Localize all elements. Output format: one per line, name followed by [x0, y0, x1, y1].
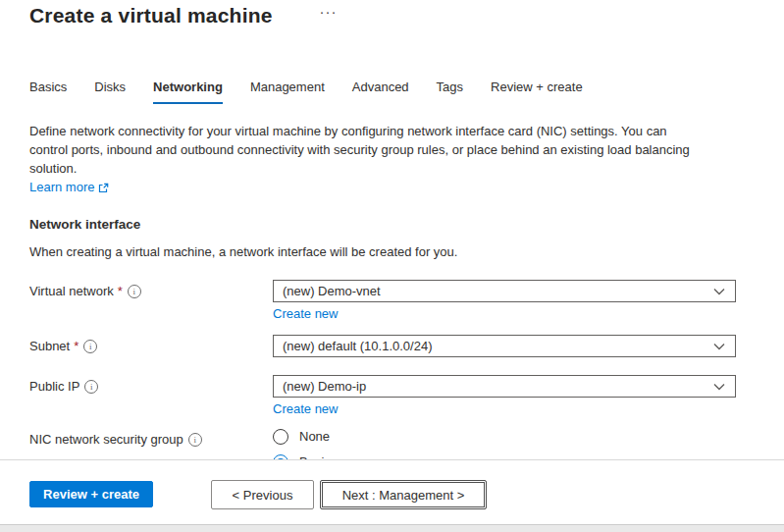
subnet-row: Subnet * i (new) default (10.1.0.0/24): [29, 335, 755, 357]
learn-more-link[interactable]: Learn more: [29, 178, 109, 196]
tab-basics[interactable]: Basics: [29, 80, 67, 104]
nsg-radio-group: None Basic Advanced: [273, 428, 755, 459]
virtual-network-dropdown[interactable]: (new) Demo-vnet: [273, 280, 736, 302]
chevron-down-icon: [713, 288, 725, 295]
page-title: Create a virtual machine: [29, 2, 273, 28]
nsg-row: NIC network security group i None Basic …: [29, 428, 755, 459]
chevron-down-icon: [713, 343, 725, 350]
nsg-option-none[interactable]: None: [273, 428, 755, 445]
required-asterisk: *: [118, 284, 123, 298]
previous-button[interactable]: < Previous: [211, 480, 314, 509]
network-interface-heading: Network interface: [29, 217, 755, 232]
network-interface-description: When creating a virtual machine, a netwo…: [29, 244, 755, 259]
info-icon[interactable]: i: [128, 285, 141, 298]
virtual-network-row: Virtual network * i (new) Demo-vnet Crea…: [29, 280, 755, 322]
virtual-network-value: (new) Demo-vnet: [283, 284, 381, 298]
public-ip-row: Public IP i (new) Demo-ip Create new: [29, 375, 755, 417]
public-ip-value: (new) Demo-ip: [283, 379, 366, 394]
public-ip-create-new-link[interactable]: Create new: [273, 401, 338, 416]
wizard-tabs: Basics Disks Networking Management Advan…: [29, 80, 755, 104]
tab-management[interactable]: Management: [250, 80, 325, 104]
titlebar: Create a virtual machine ···: [29, 0, 755, 28]
info-icon[interactable]: i: [83, 340, 97, 353]
required-asterisk: *: [74, 339, 78, 353]
public-ip-dropdown[interactable]: (new) Demo-ip: [273, 375, 736, 398]
virtual-network-control: (new) Demo-vnet Create new: [273, 280, 755, 322]
nsg-label-text: NIC network security group: [29, 432, 183, 447]
learn-more-label: Learn more: [29, 178, 94, 196]
external-link-icon: [98, 183, 109, 193]
public-ip-control: (new) Demo-ip Create new: [273, 375, 755, 417]
subnet-dropdown[interactable]: (new) default (10.1.0.0/24): [273, 335, 736, 357]
public-ip-label-text: Public IP: [29, 379, 79, 394]
public-ip-label: Public IP i: [29, 375, 273, 394]
subnet-label: Subnet * i: [29, 335, 273, 353]
intro-description: Define network connectivity for your vir…: [29, 124, 690, 176]
info-icon[interactable]: i: [188, 433, 202, 447]
wizard-footer: Review + create < Previous Next : Manage…: [0, 459, 784, 524]
subnet-value: (new) default (10.1.0.0/24): [283, 339, 432, 353]
subnet-control: (new) default (10.1.0.0/24): [273, 335, 755, 357]
intro-text: Define network connectivity for your vir…: [29, 122, 708, 196]
tab-disks[interactable]: Disks: [94, 80, 126, 104]
review-create-button[interactable]: Review + create: [29, 481, 153, 507]
tab-tags[interactable]: Tags: [437, 80, 463, 104]
create-vm-page: Create a virtual machine ··· Basics Disk…: [0, 0, 784, 532]
tab-review-create[interactable]: Review + create: [491, 80, 583, 104]
bottom-scrollbar-track[interactable]: [0, 524, 784, 532]
content-area: Create a virtual machine ··· Basics Disk…: [0, 0, 784, 459]
virtual-network-label-text: Virtual network: [29, 284, 114, 298]
tab-networking[interactable]: Networking: [153, 80, 223, 104]
subnet-label-text: Subnet: [29, 339, 70, 353]
info-icon[interactable]: i: [84, 380, 98, 394]
more-options-icon[interactable]: ···: [320, 3, 338, 20]
next-management-button[interactable]: Next : Management >: [320, 480, 487, 509]
virtual-network-create-new-link[interactable]: Create new: [273, 306, 338, 321]
radio-unchecked-icon[interactable]: [273, 429, 288, 445]
tab-advanced[interactable]: Advanced: [352, 80, 409, 104]
nsg-label: NIC network security group i: [29, 428, 273, 447]
virtual-network-label: Virtual network * i: [29, 280, 273, 298]
chevron-down-icon: [713, 383, 725, 391]
networking-form: Virtual network * i (new) Demo-vnet Crea…: [29, 280, 755, 459]
nsg-option-none-label: None: [299, 429, 330, 444]
